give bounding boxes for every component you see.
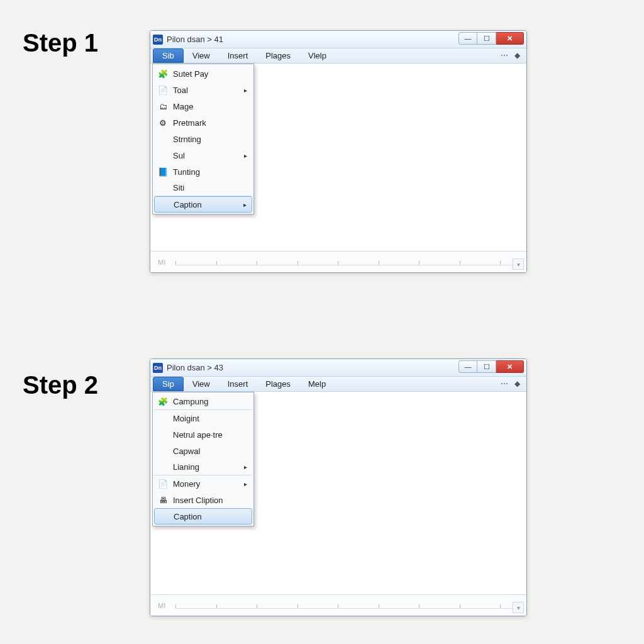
submenu-arrow-icon: ▸ [243, 201, 247, 208]
minimize-button[interactable]: — [458, 360, 477, 373]
window-controls: — ☐ ✕ [458, 32, 524, 45]
dd-label: Lianing [173, 462, 199, 472]
dropdown-menu: 🧩Campung Moigint Netrul ape·tre Capwal L… [152, 392, 254, 526]
pretmark-icon: ⚙ [157, 117, 169, 128]
menubar: Sib View Insert Plages Vlelp ⋯ ◆ [150, 48, 526, 64]
dd-label: Pretmark [173, 118, 206, 128]
menu-sib[interactable]: Sib [153, 48, 184, 63]
dd-tunting[interactable]: 📘Tunting [154, 164, 252, 180]
menu-plages[interactable]: Plages [257, 48, 299, 63]
dd-label: Toal [173, 86, 188, 95]
dd-label: Monery [173, 479, 200, 489]
blank-icon [157, 511, 170, 522]
dd-label: Netrul ape·tre [173, 430, 223, 440]
dd-pretmark[interactable]: ⚙Pretmark [154, 114, 252, 131]
ruler-ticks [175, 258, 514, 265]
window-title: Pilon dsan > 43 [167, 363, 223, 372]
blank-icon [157, 445, 169, 457]
dd-netrul[interactable]: Netrul ape·tre [154, 426, 252, 443]
menu-vlelp[interactable]: Vlelp [299, 48, 335, 63]
monery-icon: 📄 [157, 478, 169, 489]
dd-label: Siti [173, 183, 184, 192]
ruler: MI ▾ [150, 594, 526, 616]
menu-view[interactable]: View [184, 48, 219, 63]
overflow-icon[interactable]: ⋯ [501, 51, 508, 60]
close-button[interactable]: ✕ [496, 32, 524, 45]
app-icon: Dn [153, 35, 163, 45]
window-step2: Dn Pilon dsan > 43 — ☐ ✕ Sip View Insert… [150, 358, 527, 616]
corner-button[interactable]: ▾ [513, 602, 524, 613]
print-icon: 🖶 [157, 494, 169, 506]
blank-icon [157, 413, 169, 424]
corner-button[interactable]: ▾ [513, 258, 524, 270]
blank-icon [157, 462, 169, 473]
dd-moigint[interactable]: Moigint [154, 410, 252, 426]
dd-caption[interactable]: Caption▸ [154, 196, 252, 213]
ruler-label: MI [158, 258, 165, 266]
submenu-arrow-icon: ▸ [244, 480, 247, 487]
ruler-ticks [175, 601, 514, 609]
submenu-arrow-icon: ▸ [244, 152, 247, 159]
overflow-icon[interactable]: ⋯ [501, 379, 508, 388]
menubar-right-icons: ⋯ ◆ [501, 379, 520, 388]
submenu-arrow-icon: ▸ [244, 464, 247, 470]
step1-label: Step 1 [23, 29, 98, 57]
sutet-icon: 🧩 [157, 68, 169, 79]
dd-label: Caption [174, 200, 202, 209]
menu-insert[interactable]: Insert [219, 48, 257, 63]
menu-melp[interactable]: Melp [299, 377, 335, 391]
mage-icon: 🗂 [157, 101, 169, 112]
dd-label: Sutet Pay [173, 69, 208, 79]
titlebar[interactable]: Dn Pilon dsan > 43 — ☐ ✕ [150, 359, 526, 377]
dd-toal[interactable]: 📄Toal▸ [154, 82, 252, 98]
dd-strnting[interactable]: Strnting [154, 131, 252, 147]
menubar: Sip View Insert Plages Melp ⋯ ◆ [150, 377, 526, 392]
maximize-button[interactable]: ☐ [477, 32, 496, 45]
app-icon: Dn [153, 363, 163, 373]
maximize-button[interactable]: ☐ [477, 360, 496, 373]
dd-sutet-pay[interactable]: 🧩Sutet Pay [154, 65, 252, 82]
window-step1: Dn Pilon dsan > 41 — ☐ ✕ Sib View Insert… [150, 30, 527, 273]
close-button[interactable]: ✕ [496, 360, 524, 373]
ruler: MI ▾ [150, 251, 526, 272]
dd-label: Sul [173, 151, 185, 160]
minimize-button[interactable]: — [458, 32, 477, 45]
step2-label: Step 2 [23, 371, 98, 399]
dd-sul[interactable]: Sul▸ [154, 147, 252, 164]
content-area: 🧩Sutet Pay 📄Toal▸ 🗂Mage ⚙Pretmark Strnti… [150, 64, 526, 251]
dd-siti[interactable]: Siti [154, 180, 252, 196]
menu-sip[interactable]: Sip [153, 377, 184, 391]
dd-monery[interactable]: 📄Monery▸ [154, 475, 252, 492]
content-area: 🧩Campung Moigint Netrul ape·tre Capwal L… [150, 392, 526, 594]
dd-label: Insert Cliption [173, 496, 223, 505]
dd-mage[interactable]: 🗂Mage [154, 98, 252, 114]
dd-campung[interactable]: 🧩Campung [154, 394, 252, 410]
dd-lianing[interactable]: Lianing▸ [154, 459, 252, 475]
dd-label: Capwal [173, 447, 200, 456]
diamond-icon[interactable]: ◆ [514, 51, 520, 60]
blank-icon [157, 150, 169, 161]
window-controls: — ☐ ✕ [458, 360, 524, 373]
dd-label: Mage [173, 102, 194, 111]
dd-label: Moigint [173, 414, 199, 423]
menu-plages[interactable]: Plages [257, 377, 299, 391]
dd-insert-caption[interactable]: 🖶Insert Cliption [154, 492, 252, 508]
blank-icon [157, 133, 169, 145]
menubar-right-icons: ⋯ ◆ [501, 51, 520, 60]
dd-label: Tunting [173, 167, 200, 177]
menu-insert[interactable]: Insert [219, 377, 257, 391]
dropdown-menu: 🧩Sutet Pay 📄Toal▸ 🗂Mage ⚙Pretmark Strnti… [152, 64, 254, 214]
ruler-label: MI [158, 602, 165, 609]
dd-capwal[interactable]: Capwal [154, 443, 252, 459]
tunting-icon: 📘 [157, 166, 169, 177]
toal-icon: 📄 [157, 84, 169, 96]
dd-label: Caption [174, 512, 202, 521]
dd-caption[interactable]: Caption [154, 508, 252, 525]
window-title: Pilon dsan > 41 [167, 35, 223, 44]
diamond-icon[interactable]: ◆ [514, 379, 520, 388]
menu-view[interactable]: View [184, 377, 219, 391]
submenu-arrow-icon: ▸ [244, 87, 247, 94]
blank-icon [157, 199, 170, 210]
dd-label: Strnting [173, 135, 201, 144]
titlebar[interactable]: Dn Pilon dsan > 41 — ☐ ✕ [150, 31, 526, 48]
